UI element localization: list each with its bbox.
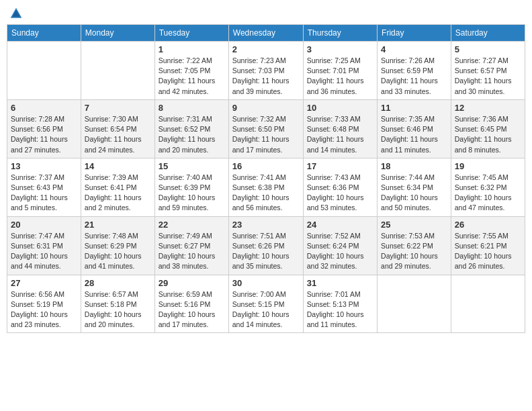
day-info: Sunrise: 7:55 AM Sunset: 6:21 PM Dayligh…: [455, 231, 521, 272]
logo: [9, 7, 24, 20]
day-info: Sunrise: 7:32 AM Sunset: 6:50 PM Dayligh…: [232, 114, 300, 155]
day-number: 19: [455, 161, 521, 171]
day-info: Sunrise: 7:41 AM Sunset: 6:38 PM Dayligh…: [232, 173, 300, 214]
day-number: 2: [232, 44, 300, 54]
day-info: Sunrise: 7:39 AM Sunset: 6:41 PM Dayligh…: [85, 173, 151, 214]
day-info: Sunrise: 7:49 AM Sunset: 6:27 PM Dayligh…: [159, 231, 225, 272]
day-cell: 14Sunrise: 7:39 AM Sunset: 6:41 PM Dayli…: [81, 158, 154, 216]
day-cell: [81, 42, 154, 100]
day-number: 27: [11, 278, 77, 288]
day-cell: 4Sunrise: 7:26 AM Sunset: 6:59 PM Daylig…: [378, 42, 451, 100]
day-number: 31: [307, 278, 373, 288]
day-cell: 2Sunrise: 7:23 AM Sunset: 7:03 PM Daylig…: [228, 42, 303, 100]
day-cell: 22Sunrise: 7:49 AM Sunset: 6:27 PM Dayli…: [154, 216, 228, 275]
day-number: 17: [307, 161, 373, 171]
day-cell: 12Sunrise: 7:36 AM Sunset: 6:45 PM Dayli…: [451, 99, 525, 158]
day-cell: 30Sunrise: 7:00 AM Sunset: 5:15 PM Dayli…: [228, 275, 303, 333]
day-cell: 5Sunrise: 7:27 AM Sunset: 6:57 PM Daylig…: [451, 42, 525, 100]
day-number: 9: [232, 103, 300, 113]
day-number: 26: [455, 220, 521, 230]
day-cell: 29Sunrise: 6:59 AM Sunset: 5:16 PM Dayli…: [154, 275, 228, 333]
day-info: Sunrise: 7:22 AM Sunset: 7:05 PM Dayligh…: [159, 56, 225, 97]
day-info: Sunrise: 7:48 AM Sunset: 6:29 PM Dayligh…: [85, 231, 151, 272]
day-cell: 3Sunrise: 7:25 AM Sunset: 7:01 PM Daylig…: [303, 42, 377, 100]
day-cell: 25Sunrise: 7:53 AM Sunset: 6:22 PM Dayli…: [378, 216, 451, 275]
day-number: 16: [232, 161, 300, 171]
week-row-4: 20Sunrise: 7:47 AM Sunset: 6:31 PM Dayli…: [7, 216, 525, 275]
day-cell: 10Sunrise: 7:33 AM Sunset: 6:48 PM Dayli…: [303, 99, 377, 158]
day-cell: 21Sunrise: 7:48 AM Sunset: 6:29 PM Dayli…: [81, 216, 154, 275]
day-number: 13: [11, 161, 77, 171]
day-info: Sunrise: 7:36 AM Sunset: 6:45 PM Dayligh…: [455, 114, 521, 155]
day-number: 3: [307, 44, 373, 54]
week-row-2: 6Sunrise: 7:28 AM Sunset: 6:56 PM Daylig…: [7, 99, 525, 158]
day-info: Sunrise: 7:27 AM Sunset: 6:57 PM Dayligh…: [455, 56, 521, 97]
day-cell: 8Sunrise: 7:31 AM Sunset: 6:52 PM Daylig…: [154, 99, 228, 158]
day-number: 29: [159, 278, 225, 288]
day-info: Sunrise: 7:35 AM Sunset: 6:46 PM Dayligh…: [381, 114, 447, 155]
day-cell: [378, 275, 451, 333]
day-info: Sunrise: 7:31 AM Sunset: 6:52 PM Dayligh…: [159, 114, 225, 155]
day-number: 6: [11, 103, 77, 113]
week-row-5: 27Sunrise: 6:56 AM Sunset: 5:19 PM Dayli…: [7, 275, 525, 333]
page-header: [7, 7, 525, 20]
col-header-friday: Friday: [378, 25, 451, 42]
header-row: SundayMondayTuesdayWednesdayThursdayFrid…: [7, 25, 525, 42]
day-cell: 23Sunrise: 7:51 AM Sunset: 6:26 PM Dayli…: [228, 216, 303, 275]
day-number: 18: [381, 161, 447, 171]
day-number: 11: [381, 103, 447, 113]
day-number: 23: [232, 220, 300, 230]
day-cell: 16Sunrise: 7:41 AM Sunset: 6:38 PM Dayli…: [228, 158, 303, 216]
day-number: 12: [455, 103, 521, 113]
day-number: 4: [381, 44, 447, 54]
day-info: Sunrise: 7:33 AM Sunset: 6:48 PM Dayligh…: [307, 114, 373, 155]
logo-icon: [9, 7, 23, 20]
day-cell: 17Sunrise: 7:43 AM Sunset: 6:36 PM Dayli…: [303, 158, 377, 216]
calendar-table: SundayMondayTuesdayWednesdayThursdayFrid…: [7, 24, 525, 333]
col-header-saturday: Saturday: [451, 25, 525, 42]
day-info: Sunrise: 7:26 AM Sunset: 6:59 PM Dayligh…: [381, 56, 447, 97]
day-number: 24: [307, 220, 373, 230]
day-cell: 13Sunrise: 7:37 AM Sunset: 6:43 PM Dayli…: [7, 158, 81, 216]
day-number: 15: [159, 161, 225, 171]
week-row-3: 13Sunrise: 7:37 AM Sunset: 6:43 PM Dayli…: [7, 158, 525, 216]
day-info: Sunrise: 7:25 AM Sunset: 7:01 PM Dayligh…: [307, 56, 373, 97]
day-cell: 20Sunrise: 7:47 AM Sunset: 6:31 PM Dayli…: [7, 216, 81, 275]
day-info: Sunrise: 7:51 AM Sunset: 6:26 PM Dayligh…: [232, 231, 300, 272]
day-info: Sunrise: 7:00 AM Sunset: 5:15 PM Dayligh…: [232, 289, 300, 330]
day-info: Sunrise: 6:59 AM Sunset: 5:16 PM Dayligh…: [159, 289, 225, 330]
day-cell: 31Sunrise: 7:01 AM Sunset: 5:13 PM Dayli…: [303, 275, 377, 333]
day-info: Sunrise: 7:53 AM Sunset: 6:22 PM Dayligh…: [381, 231, 447, 272]
day-number: 21: [85, 220, 151, 230]
day-info: Sunrise: 7:52 AM Sunset: 6:24 PM Dayligh…: [307, 231, 373, 272]
day-info: Sunrise: 7:28 AM Sunset: 6:56 PM Dayligh…: [11, 114, 77, 155]
day-info: Sunrise: 7:43 AM Sunset: 6:36 PM Dayligh…: [307, 173, 373, 214]
col-header-thursday: Thursday: [303, 25, 377, 42]
day-cell: 11Sunrise: 7:35 AM Sunset: 6:46 PM Dayli…: [378, 99, 451, 158]
day-number: 28: [85, 278, 151, 288]
day-number: 7: [85, 103, 151, 113]
day-number: 1: [159, 44, 225, 54]
day-info: Sunrise: 7:37 AM Sunset: 6:43 PM Dayligh…: [11, 173, 77, 214]
day-number: 8: [159, 103, 225, 113]
day-number: 10: [307, 103, 373, 113]
day-cell: [7, 42, 81, 100]
day-info: Sunrise: 7:40 AM Sunset: 6:39 PM Dayligh…: [159, 173, 225, 214]
col-header-wednesday: Wednesday: [228, 25, 303, 42]
col-header-sunday: Sunday: [7, 25, 81, 42]
day-cell: 19Sunrise: 7:45 AM Sunset: 6:32 PM Dayli…: [451, 158, 525, 216]
day-info: Sunrise: 7:45 AM Sunset: 6:32 PM Dayligh…: [455, 173, 521, 214]
day-cell: 15Sunrise: 7:40 AM Sunset: 6:39 PM Dayli…: [154, 158, 228, 216]
col-header-monday: Monday: [81, 25, 154, 42]
day-info: Sunrise: 7:47 AM Sunset: 6:31 PM Dayligh…: [11, 231, 77, 272]
day-cell: 28Sunrise: 6:57 AM Sunset: 5:18 PM Dayli…: [81, 275, 154, 333]
day-number: 25: [381, 220, 447, 230]
day-info: Sunrise: 7:30 AM Sunset: 6:54 PM Dayligh…: [85, 114, 151, 155]
day-cell: 27Sunrise: 6:56 AM Sunset: 5:19 PM Dayli…: [7, 275, 81, 333]
col-header-tuesday: Tuesday: [154, 25, 228, 42]
day-cell: [451, 275, 525, 333]
day-number: 22: [159, 220, 225, 230]
day-info: Sunrise: 6:56 AM Sunset: 5:19 PM Dayligh…: [11, 289, 77, 330]
day-cell: 7Sunrise: 7:30 AM Sunset: 6:54 PM Daylig…: [81, 99, 154, 158]
day-cell: 9Sunrise: 7:32 AM Sunset: 6:50 PM Daylig…: [228, 99, 303, 158]
